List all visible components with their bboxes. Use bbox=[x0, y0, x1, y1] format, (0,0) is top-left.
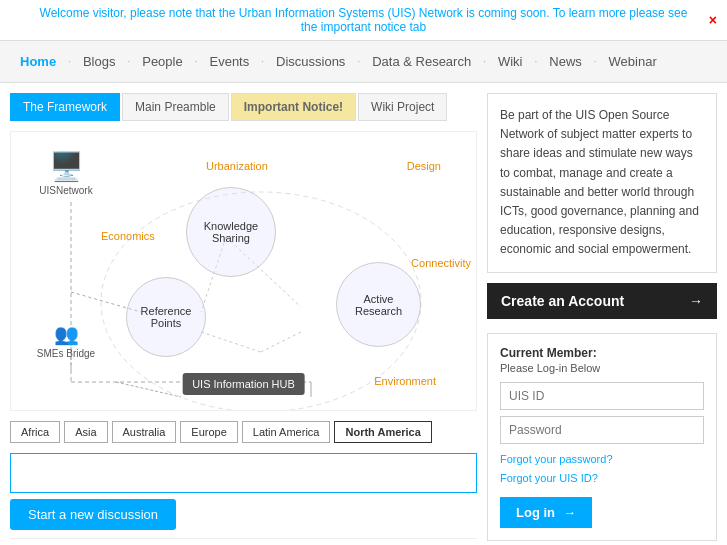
create-account-arrow: → bbox=[689, 293, 703, 309]
member-box: Current Member: Please Log-in Below Forg… bbox=[487, 333, 717, 542]
svg-line-9 bbox=[261, 332, 301, 352]
create-account-button[interactable]: Create an Account → bbox=[487, 283, 717, 319]
region-africa[interactable]: Africa bbox=[10, 421, 60, 443]
region-latin-america[interactable]: Latin America bbox=[242, 421, 331, 443]
tab-framework[interactable]: The Framework bbox=[10, 93, 120, 121]
region-asia[interactable]: Asia bbox=[64, 421, 107, 443]
economics-label: Economics bbox=[101, 230, 155, 242]
nav-item-events[interactable]: Events bbox=[199, 41, 259, 83]
forgot-uid-link[interactable]: Forgot your UIS ID? bbox=[500, 469, 704, 489]
svg-line-5 bbox=[116, 382, 181, 397]
nav-item-webinar[interactable]: Webinar bbox=[599, 41, 667, 83]
smes-bridge-icon: 👥 SMEs Bridge bbox=[31, 322, 101, 359]
nav-item-discussions[interactable]: Discussions bbox=[266, 41, 355, 83]
nav-item-wiki[interactable]: Wiki bbox=[488, 41, 533, 83]
announcement-text: Welcome visitor, please note that the Ur… bbox=[40, 6, 688, 34]
reference-points-circle: ReferencePoints bbox=[126, 277, 206, 357]
forgot-links: Forgot your password? Forgot your UIS ID… bbox=[500, 450, 704, 490]
active-research-circle: ActiveResearch bbox=[336, 262, 421, 347]
member-title: Current Member: bbox=[500, 346, 704, 360]
description-box: Be part of the UIS Open Source Network o… bbox=[487, 93, 717, 273]
nav-dot: · bbox=[127, 56, 130, 67]
forgot-password-link[interactable]: Forgot your password? bbox=[500, 450, 704, 470]
uis-hub-box: UIS Information HUB bbox=[182, 373, 305, 395]
environment-label: Environment bbox=[374, 375, 436, 387]
create-account-label: Create an Account bbox=[501, 293, 624, 309]
nav-dot: · bbox=[357, 56, 360, 67]
discussion-input[interactable] bbox=[10, 453, 477, 493]
uid-input[interactable] bbox=[500, 382, 704, 410]
left-panel: The Framework Main Preamble Important No… bbox=[10, 93, 477, 545]
region-europe[interactable]: Europe bbox=[180, 421, 237, 443]
close-icon[interactable]: × bbox=[709, 12, 717, 28]
nav-item-people[interactable]: People bbox=[132, 41, 192, 83]
region-buttons: Africa Asia Australia Europe Latin Ameri… bbox=[10, 421, 477, 443]
region-north-america[interactable]: North America bbox=[334, 421, 431, 443]
connectivity-label: Connectivity bbox=[411, 257, 471, 269]
tab-wiki-project[interactable]: Wiki Project bbox=[358, 93, 447, 121]
footer-links: Micro Finance | People, Enterprise Techn… bbox=[10, 538, 477, 545]
framework-diagram: Urbanization Design Economics Connectivi… bbox=[10, 131, 477, 411]
nav-item-data-research[interactable]: Data & Research bbox=[362, 41, 481, 83]
login-button[interactable]: Log in → bbox=[500, 497, 592, 528]
announcement-bar: Welcome visitor, please note that the Ur… bbox=[0, 0, 727, 41]
nav-dot: · bbox=[68, 56, 71, 67]
main-nav: Home · Blogs · People · Events · Discuss… bbox=[0, 41, 727, 83]
description-text: Be part of the UIS Open Source Network o… bbox=[500, 106, 704, 260]
nav-dot: · bbox=[594, 56, 597, 67]
login-arrow: → bbox=[563, 505, 576, 520]
svg-line-8 bbox=[201, 332, 261, 352]
nav-item-blogs[interactable]: Blogs bbox=[73, 41, 126, 83]
tab-bar: The Framework Main Preamble Important No… bbox=[10, 93, 477, 121]
nav-dot: · bbox=[195, 56, 198, 67]
region-australia[interactable]: Australia bbox=[112, 421, 177, 443]
nav-item-home[interactable]: Home bbox=[10, 41, 66, 83]
uis-network-icon: 🖥️ UISNetwork bbox=[36, 150, 96, 196]
tab-main-preamble[interactable]: Main Preamble bbox=[122, 93, 229, 121]
nav-item-news[interactable]: News bbox=[539, 41, 592, 83]
login-label: Log in bbox=[516, 505, 555, 520]
discussion-area: Start a new discussion bbox=[10, 453, 477, 530]
tab-important-notice[interactable]: Important Notice! bbox=[231, 93, 356, 121]
design-label: Design bbox=[407, 160, 441, 172]
password-input[interactable] bbox=[500, 416, 704, 444]
right-panel: Be part of the UIS Open Source Network o… bbox=[487, 93, 717, 545]
urbanization-label: Urbanization bbox=[206, 160, 268, 172]
knowledge-sharing-circle: KnowledgeSharing bbox=[186, 187, 276, 277]
main-content: The Framework Main Preamble Important No… bbox=[0, 83, 727, 545]
member-subtitle: Please Log-in Below bbox=[500, 362, 704, 374]
nav-dot: · bbox=[534, 56, 537, 67]
nav-dot: · bbox=[483, 56, 486, 67]
start-discussion-button[interactable]: Start a new discussion bbox=[10, 499, 176, 530]
nav-dot: · bbox=[261, 56, 264, 67]
